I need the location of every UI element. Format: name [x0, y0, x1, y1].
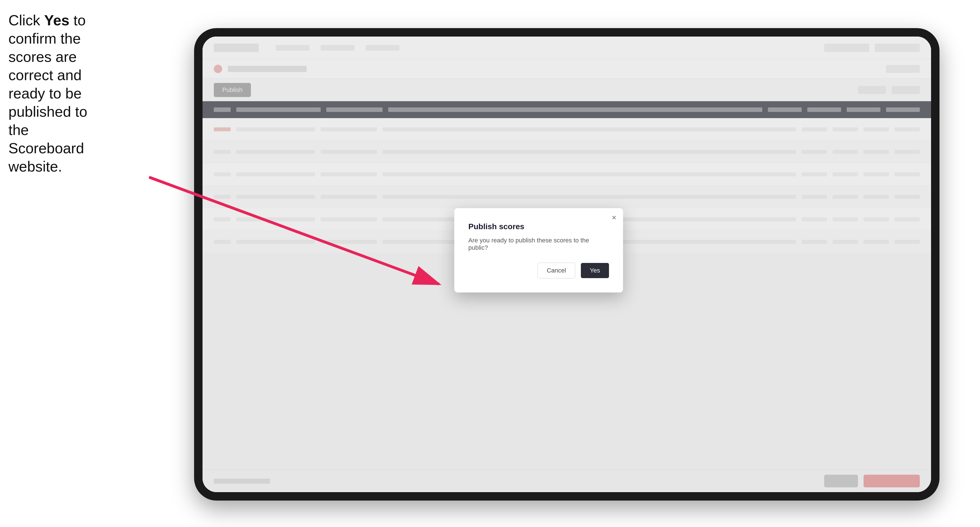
- modal-overlay: × Publish scores Are you ready to publis…: [202, 37, 931, 492]
- tablet-device: Publish: [194, 28, 940, 500]
- modal-footer: Cancel Yes: [468, 263, 609, 278]
- modal-close-button[interactable]: ×: [612, 214, 616, 222]
- instruction-bold: Yes: [44, 12, 70, 29]
- modal-title: Publish scores: [468, 222, 609, 231]
- tablet-screen: Publish: [202, 37, 931, 492]
- yes-button[interactable]: Yes: [581, 263, 609, 278]
- instruction-text: Click Yes to confirm the scores are corr…: [8, 11, 90, 176]
- screen-content: Publish: [202, 37, 931, 492]
- modal-dialog: × Publish scores Are you ready to publis…: [454, 208, 623, 292]
- modal-body: Are you ready to publish these scores to…: [468, 237, 609, 251]
- cancel-button[interactable]: Cancel: [538, 263, 575, 278]
